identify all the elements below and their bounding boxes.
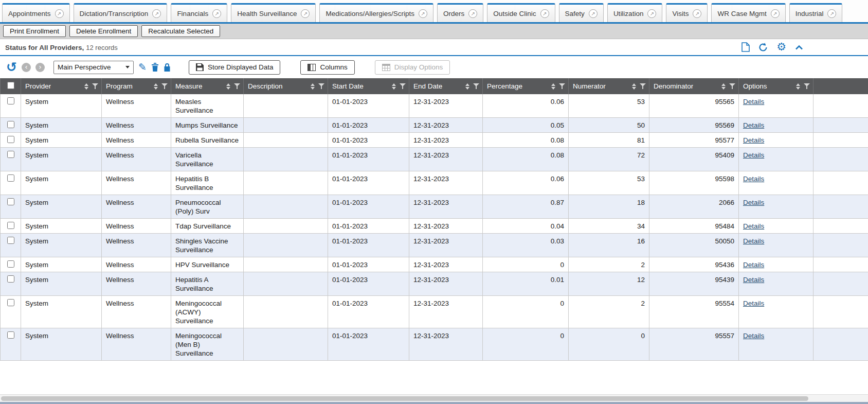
new-document-icon[interactable]	[742, 42, 750, 52]
module-tab-appointments[interactable]: Appointments↗	[2, 3, 70, 22]
cell-description	[244, 296, 328, 328]
perspective-select[interactable]: Main Perspective	[53, 61, 134, 74]
details-link[interactable]: Details	[743, 237, 764, 245]
recalculate-selected-button[interactable]: Recalculate Selected	[141, 25, 220, 37]
column-header-end-date[interactable]: End Date	[409, 78, 483, 94]
horizontal-scrollbar[interactable]	[0, 394, 868, 402]
popout-icon[interactable]: ↗	[468, 9, 477, 18]
column-header-denominator[interactable]: Denominator	[649, 78, 739, 94]
gear-icon[interactable]: ⚙	[776, 42, 786, 52]
sort-icon[interactable]	[392, 83, 396, 90]
row-checkbox[interactable]	[7, 121, 14, 128]
row-checkbox[interactable]	[7, 299, 14, 306]
row-checkbox[interactable]	[7, 331, 14, 339]
sort-icon[interactable]	[154, 83, 158, 90]
row-checkbox[interactable]	[7, 260, 14, 268]
popout-icon[interactable]: ↗	[55, 9, 64, 18]
row-checkbox[interactable]	[7, 174, 14, 182]
delete-perspective-icon[interactable]	[151, 63, 159, 72]
popout-icon[interactable]: ↗	[212, 9, 221, 18]
row-checkbox[interactable]	[7, 275, 14, 283]
filter-icon[interactable]	[400, 83, 406, 89]
filter-icon[interactable]	[804, 83, 810, 89]
details-link[interactable]: Details	[743, 276, 764, 284]
row-checkbox[interactable]	[7, 151, 14, 158]
module-tab-financials[interactable]: Financials↗	[171, 3, 227, 22]
details-link[interactable]: Details	[743, 151, 764, 159]
filter-icon[interactable]	[473, 83, 479, 89]
back-icon[interactable]: ‹	[22, 63, 31, 72]
column-label: Percentage	[487, 82, 522, 90]
filter-icon[interactable]	[729, 83, 735, 89]
module-tab-health-surveillance[interactable]: Health Surveillance↗	[231, 3, 316, 22]
details-link[interactable]: Details	[743, 222, 764, 230]
sort-icon[interactable]	[551, 83, 555, 90]
popout-icon[interactable]: ↗	[827, 9, 836, 18]
column-header-percentage[interactable]: Percentage	[483, 78, 569, 94]
module-tab-utilization[interactable]: Utilization↗	[607, 3, 663, 22]
scrollbar-thumb[interactable]	[1, 396, 808, 401]
popout-icon[interactable]: ↗	[589, 9, 598, 18]
module-tab-dictation-transcription[interactable]: Dictation/Transcription↗	[74, 3, 168, 22]
details-link[interactable]: Details	[743, 300, 764, 307]
sort-icon[interactable]	[226, 83, 230, 90]
module-tab-orders[interactable]: Orders↗	[437, 3, 483, 22]
details-link[interactable]: Details	[743, 261, 764, 269]
column-header-start-date[interactable]: Start Date	[328, 78, 409, 94]
delete-enrollment-button[interactable]: Delete Enrollment	[69, 25, 138, 37]
details-link[interactable]: Details	[743, 175, 764, 183]
details-link[interactable]: Details	[743, 98, 764, 106]
row-checkbox[interactable]	[7, 97, 14, 104]
column-header-provider[interactable]: Provider	[21, 78, 102, 94]
select-all-checkbox[interactable]	[7, 82, 14, 89]
filter-icon[interactable]	[640, 83, 646, 89]
module-tab-medications-allergies-scripts[interactable]: Medications/Allergies/Scripts↗	[319, 3, 433, 22]
filter-icon[interactable]	[559, 83, 565, 89]
module-tab-wr-case-mgmt[interactable]: WR Case Mgmt↗	[711, 3, 785, 22]
store-displayed-data-button[interactable]: Store Displayed Data	[189, 60, 281, 75]
popout-icon[interactable]: ↗	[771, 9, 780, 18]
column-header-measure[interactable]: Measure	[171, 78, 244, 94]
forward-icon[interactable]: ›	[35, 63, 45, 72]
column-header-program[interactable]: Program	[102, 78, 171, 94]
module-tab-outside-clinic[interactable]: Outside Clinic↗	[487, 3, 555, 22]
module-tab-safety[interactable]: Safety↗	[559, 3, 604, 22]
popout-icon[interactable]: ↗	[693, 9, 701, 18]
filter-icon[interactable]	[92, 83, 98, 89]
refresh-icon[interactable]	[758, 43, 768, 52]
collapse-panel-icon[interactable]	[795, 45, 803, 50]
details-link[interactable]: Details	[743, 136, 764, 144]
popout-icon[interactable]: ↗	[540, 9, 549, 18]
print-enrollment-button[interactable]: Print Enrollment	[3, 25, 66, 37]
row-checkbox[interactable]	[7, 198, 14, 205]
details-link[interactable]: Details	[743, 121, 764, 129]
filter-icon[interactable]	[234, 83, 240, 89]
filter-icon[interactable]	[318, 83, 324, 89]
lock-perspective-icon[interactable]	[164, 63, 171, 72]
sort-icon[interactable]	[796, 83, 800, 90]
columns-button[interactable]: Columns	[300, 60, 354, 75]
sort-icon[interactable]	[311, 83, 315, 90]
sort-icon[interactable]	[721, 83, 726, 90]
popout-icon[interactable]: ↗	[419, 9, 427, 18]
filter-icon[interactable]	[161, 83, 168, 89]
details-link[interactable]: Details	[743, 332, 764, 340]
module-tab-industrial[interactable]: Industrial↗	[789, 3, 843, 22]
undo-icon[interactable]: ↺	[6, 61, 17, 74]
edit-perspective-icon[interactable]: ✎	[138, 62, 147, 72]
module-tab-visits[interactable]: Visits↗	[666, 3, 708, 22]
row-checkbox[interactable]	[7, 237, 14, 244]
details-link[interactable]: Details	[743, 199, 764, 206]
display-options-button[interactable]: Display Options	[375, 60, 450, 75]
column-header-description[interactable]: Description	[244, 78, 328, 94]
popout-icon[interactable]: ↗	[152, 9, 161, 18]
row-checkbox[interactable]	[7, 136, 14, 143]
row-checkbox[interactable]	[7, 222, 14, 229]
column-header-numerator[interactable]: Numerator	[569, 78, 649, 94]
popout-icon[interactable]: ↗	[301, 9, 310, 18]
popout-icon[interactable]: ↗	[647, 9, 656, 18]
column-header-options[interactable]: Options	[739, 78, 813, 94]
sort-icon[interactable]	[84, 83, 88, 90]
sort-icon[interactable]	[465, 83, 469, 90]
sort-icon[interactable]	[632, 83, 636, 90]
